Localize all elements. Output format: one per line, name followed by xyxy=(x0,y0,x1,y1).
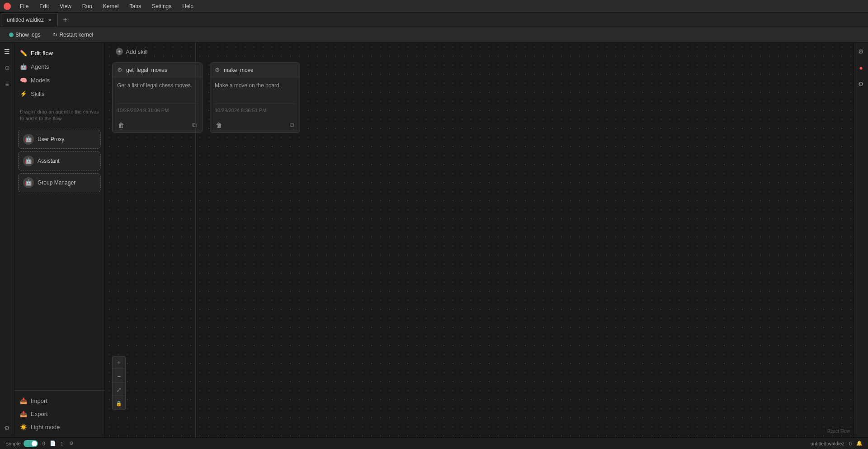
canvas-divider xyxy=(195,43,196,437)
import-button[interactable]: 📥 Import xyxy=(14,394,104,407)
canvas-header: + Add skill xyxy=(105,43,854,61)
add-skill-plus-icon: + xyxy=(116,48,123,55)
menu-settings[interactable]: Settings xyxy=(150,2,173,10)
app-icon xyxy=(4,3,11,10)
models-icon: 🧠 xyxy=(20,76,27,84)
menu-tabs[interactable]: Tabs xyxy=(128,2,143,10)
skill-1-copy-button[interactable]: ⧉ xyxy=(191,120,198,130)
sidebar-label-edit-flow: Edit flow xyxy=(31,50,53,57)
skill-1-name: get_legal_moves xyxy=(126,67,167,73)
user-proxy-icon: 🤖 xyxy=(23,134,34,145)
status-settings-button[interactable]: ⚙ xyxy=(68,440,75,447)
fit-view-button[interactable]: ⤢ xyxy=(113,383,125,396)
skill-2-description: Make a move on the board. xyxy=(215,82,295,100)
skill-card-2-body: Make a move on the board. 10/28/2024 8:3… xyxy=(210,77,300,118)
right-settings-icon-2[interactable]: ⚙ xyxy=(856,79,867,90)
drag-hint: Drag n' drop an agent to the canvas to a… xyxy=(14,104,104,127)
show-logs-label: Show logs xyxy=(15,32,40,38)
skill-2-settings-icon[interactable]: ⚙ xyxy=(215,66,220,73)
new-tab-button[interactable]: + xyxy=(60,14,71,25)
skill-1-description: Get a list of legal chess moves. xyxy=(117,82,198,100)
right-settings-icon[interactable]: ⚙ xyxy=(856,46,867,57)
light-mode-label: Light mode xyxy=(31,424,60,430)
status-file-icon: 📄 xyxy=(50,440,56,446)
group-manager-label: Group Manager xyxy=(38,180,75,186)
show-logs-button[interactable]: Show logs xyxy=(5,30,44,39)
canvas-controls: + − ⤢ 🔒 xyxy=(112,356,126,410)
add-skill-button[interactable]: + Add skill xyxy=(112,46,151,57)
rail-search-icon[interactable]: ⊙ xyxy=(2,62,13,73)
skill-2-copy-button[interactable]: ⧉ xyxy=(289,120,295,130)
right-circle-icon[interactable]: ● xyxy=(856,62,867,73)
user-proxy-label: User Proxy xyxy=(38,136,64,142)
rail-list-icon[interactable]: ≡ xyxy=(2,79,13,90)
sidebar-item-skills[interactable]: ⚡ Skills xyxy=(14,87,104,100)
light-mode-icon: ☀️ xyxy=(20,424,27,430)
light-mode-button[interactable]: ☀️ Light mode xyxy=(14,421,104,434)
status-bell-icon: 🔔 xyxy=(856,440,863,446)
sidebar-label-skills: Skills xyxy=(31,90,44,97)
menu-edit[interactable]: Edit xyxy=(38,2,51,10)
sidebar-nav: ✏️ Edit flow 🤖 Agents 🧠 Models ⚡ Skills xyxy=(14,43,104,104)
status-count-left: 0 xyxy=(42,441,45,446)
right-sidebar: ⚙ ● ⚙ xyxy=(854,43,868,437)
sidebar-label-agents: Agents xyxy=(31,63,49,70)
simple-toggle[interactable] xyxy=(24,440,38,447)
sidebar-item-agents[interactable]: 🤖 Agents xyxy=(14,60,104,73)
add-skill-label: Add skill xyxy=(126,48,147,55)
import-label: Import xyxy=(31,397,47,404)
menu-help[interactable]: Help xyxy=(180,2,195,10)
skill-card-1-header: ⚙ get_legal_moves xyxy=(113,63,202,77)
restart-kernel-icon: ↻ xyxy=(53,32,57,38)
export-label: Export xyxy=(31,411,48,417)
status-count-middle: 1 xyxy=(61,441,63,446)
skill-2-timestamp: 10/28/2024 8:36:51 PM xyxy=(215,104,295,113)
skill-card-1-body: Get a list of legal chess moves. 10/28/2… xyxy=(113,77,202,118)
agent-card-assistant[interactable]: 🤖 Assistant xyxy=(18,151,101,170)
simple-toggle-container: Simple xyxy=(5,440,38,447)
skill-1-delete-button[interactable]: 🗑 xyxy=(117,121,125,130)
skill-card-2-header: ⚙ make_move xyxy=(210,63,300,77)
sidebar-item-edit-flow[interactable]: ✏️ Edit flow xyxy=(14,46,104,60)
skill-card-make-move: ⚙ make_move Make a move on the board. 10… xyxy=(210,62,300,133)
export-button[interactable]: 📤 Export xyxy=(14,407,104,421)
tab-bar: untitled.waldiez ✕ + xyxy=(0,13,868,27)
rail-gear-icon[interactable]: ⚙ xyxy=(2,423,13,434)
import-icon: 📥 xyxy=(20,397,27,404)
restart-kernel-button[interactable]: ↻ Restart kernel xyxy=(49,30,97,39)
status-tab-name: untitled.waldiez xyxy=(811,441,844,446)
tab-close-button[interactable]: ✕ xyxy=(47,17,53,23)
sidebar-item-models[interactable]: 🧠 Models xyxy=(14,73,104,87)
toolbar: Show logs ↻ Restart kernel xyxy=(0,27,868,43)
skill-card-2-footer: 🗑 ⧉ xyxy=(210,118,300,132)
skills-container: ⚙ get_legal_moves Get a list of legal ch… xyxy=(112,62,300,133)
simple-mode-label: Simple xyxy=(5,441,21,446)
status-notification-count: 0 xyxy=(849,441,852,446)
group-manager-icon: 🤖 xyxy=(23,177,34,188)
agent-list: 🤖 User Proxy 🤖 Assistant 🤖 Group Manager xyxy=(14,127,104,195)
skill-2-name: make_move xyxy=(224,67,253,73)
skill-card-get-legal-moves: ⚙ get_legal_moves Get a list of legal ch… xyxy=(112,62,203,133)
menu-file[interactable]: File xyxy=(18,2,30,10)
tab-label: untitled.waldiez xyxy=(7,17,44,23)
agent-card-user-proxy[interactable]: 🤖 User Proxy xyxy=(18,130,101,149)
menu-kernel[interactable]: Kernel xyxy=(101,2,121,10)
zoom-out-button[interactable]: − xyxy=(113,370,125,383)
main-tab[interactable]: untitled.waldiez ✕ xyxy=(2,14,58,26)
menu-run[interactable]: Run xyxy=(80,2,94,10)
skill-card-1-footer: 🗑 ⧉ xyxy=(113,118,202,132)
menu-view[interactable]: View xyxy=(58,2,73,10)
skill-1-timestamp: 10/28/2024 8:31:06 PM xyxy=(117,104,198,113)
skill-2-delete-button[interactable]: 🗑 xyxy=(215,121,223,130)
restart-kernel-label: Restart kernel xyxy=(59,32,93,38)
rail-files-icon[interactable]: ☰ xyxy=(2,46,13,57)
canvas-area[interactable]: + Add skill ⚙ get_legal_moves Get a list… xyxy=(105,43,854,437)
skill-1-settings-icon[interactable]: ⚙ xyxy=(117,66,123,73)
agent-card-group-manager[interactable]: 🤖 Group Manager xyxy=(18,173,101,192)
assistant-icon: 🤖 xyxy=(23,156,34,166)
export-icon: 📤 xyxy=(20,411,27,417)
agents-icon: 🤖 xyxy=(20,63,27,70)
lock-button[interactable]: 🔒 xyxy=(113,397,125,410)
zoom-in-button[interactable]: + xyxy=(113,356,125,369)
skills-icon: ⚡ xyxy=(20,90,27,97)
